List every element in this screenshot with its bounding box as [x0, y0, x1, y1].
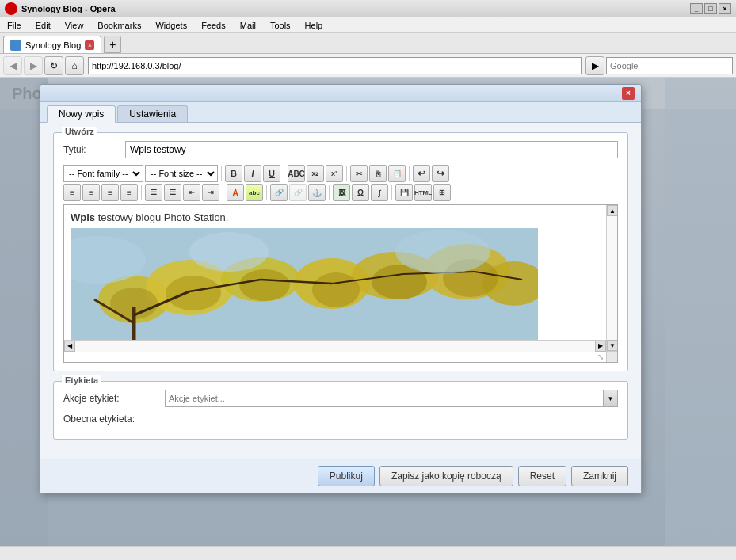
forward-btn[interactable]: ▶: [24, 56, 43, 75]
browser-window: Synology Blog - Opera _ □ × File Edit Vi…: [0, 0, 736, 560]
tab-ustawienia[interactable]: Ustawienia: [117, 105, 188, 122]
list-ol-btn[interactable]: ☰: [164, 184, 181, 201]
back-btn[interactable]: ◀: [3, 56, 22, 75]
superscript-btn[interactable]: x²: [326, 165, 343, 182]
search-input[interactable]: [610, 61, 729, 70]
image-btn[interactable]: 🖼: [333, 184, 350, 201]
scroll-down-btn[interactable]: ▼: [607, 340, 618, 351]
redo-btn[interactable]: ↪: [432, 165, 449, 182]
toolbar-sep-7: [266, 185, 267, 200]
underline-btn[interactable]: U: [263, 165, 280, 182]
menu-edit[interactable]: Edit: [32, 20, 55, 31]
title-row: Tytuł:: [63, 141, 618, 158]
scroll-track-h: [75, 341, 595, 352]
close-dialog-btn[interactable]: Zamknij: [571, 466, 628, 486]
save-draft-btn[interactable]: Zapisz jako kopię roboczą: [379, 466, 513, 486]
toolbar-sep-8: [329, 185, 330, 200]
editor-text-rest: testowy blogu Photo Station.: [95, 211, 228, 223]
svg-point-23: [189, 232, 269, 272]
scroll-right-btn[interactable]: ▶: [595, 341, 606, 352]
scroll-up-btn[interactable]: ▲: [607, 205, 618, 216]
align-center-btn[interactable]: ≡: [82, 184, 100, 201]
menu-mail[interactable]: Mail: [236, 20, 260, 31]
link-btn[interactable]: 🔗: [270, 184, 288, 201]
outdent-btn[interactable]: ⇤: [183, 184, 200, 201]
editor-scrollbar-h[interactable]: ◀ ▶: [64, 340, 606, 351]
cut-btn[interactable]: ✂: [350, 165, 368, 182]
address-input[interactable]: [92, 61, 578, 70]
frame-btn[interactable]: ⊞: [433, 184, 451, 201]
strikethrough-btn[interactable]: ABC: [288, 165, 305, 182]
go-btn[interactable]: ▶: [585, 56, 604, 75]
tab-nowy-wpis[interactable]: Nowy wpis: [47, 105, 116, 123]
toolbar-sep-2: [284, 166, 284, 181]
reset-btn[interactable]: Reset: [518, 466, 566, 486]
home-btn[interactable]: ⌂: [65, 56, 84, 75]
special-char-btn[interactable]: Ω: [352, 184, 369, 201]
svg-point-9: [166, 276, 221, 310]
minimize-btn[interactable]: _: [690, 3, 703, 14]
window-title: Synology Blog - Opera: [21, 4, 690, 13]
reload-btn[interactable]: ↻: [44, 56, 63, 75]
font-size-select[interactable]: -- Font size --: [145, 165, 218, 182]
scroll-track-v: [607, 216, 617, 340]
browser-tab-active[interactable]: Synology Blog ×: [3, 36, 101, 53]
modal-close-btn[interactable]: ×: [622, 87, 635, 100]
paste-btn[interactable]: 📋: [388, 165, 406, 182]
modal-dialog: × Nowy wpis Ustawienia Utwórz Tytuł:: [40, 84, 642, 493]
bold-btn[interactable]: B: [225, 165, 242, 182]
editor-text-bold: Wpis: [71, 211, 95, 223]
publish-btn[interactable]: Publikuj: [318, 466, 375, 486]
svg-point-24: [395, 230, 490, 274]
align-justify-btn[interactable]: ≡: [120, 184, 138, 201]
close-btn[interactable]: ×: [719, 3, 731, 14]
title-input[interactable]: [125, 141, 618, 158]
highlight-btn[interactable]: abc: [246, 184, 263, 201]
scroll-left-btn[interactable]: ◀: [64, 341, 75, 352]
menu-view[interactable]: View: [61, 20, 88, 31]
menu-feeds[interactable]: Feeds: [197, 20, 230, 31]
new-tab-btn[interactable]: +: [104, 36, 121, 53]
menu-widgets[interactable]: Widgets: [151, 20, 191, 31]
window-controls: _ □ ×: [690, 3, 731, 14]
symbol-btn[interactable]: ∫: [371, 184, 388, 201]
html-btn[interactable]: HTML: [414, 184, 432, 201]
title-bar: Synology Blog - Opera _ □ ×: [0, 0, 736, 17]
indent-btn[interactable]: ⇥: [202, 184, 219, 201]
unlink-btn[interactable]: 🔗: [289, 184, 307, 201]
modal-tabs: Nowy wpis Ustawienia: [40, 102, 641, 123]
editor-scrollbar-v[interactable]: ▲ ▼: [606, 205, 617, 351]
opera-logo-icon: [5, 2, 17, 15]
font-family-select[interactable]: -- Font family --: [63, 165, 143, 182]
font-color-btn[interactable]: A: [227, 184, 244, 201]
akcje-dropdown-btn[interactable]: ▼: [603, 390, 617, 406]
maximize-btn[interactable]: □: [704, 3, 717, 14]
menu-tools[interactable]: Tools: [266, 20, 295, 31]
align-left-btn[interactable]: ≡: [63, 184, 81, 201]
toolbar-sep-5: [141, 185, 142, 200]
menu-bookmarks[interactable]: Bookmarks: [93, 20, 145, 31]
akcje-select-wrap: ▼: [165, 390, 618, 407]
akcje-input[interactable]: [166, 394, 603, 403]
tree-svg: [71, 228, 538, 347]
modal-footer: Publikuj Zapisz jako kopię roboczą Reset…: [40, 459, 641, 493]
undo-btn[interactable]: ↩: [413, 165, 430, 182]
tab-close-btn[interactable]: ×: [85, 40, 94, 50]
page-content: Photo Station Photo+Video+Blog × Nowy wp…: [0, 78, 736, 546]
subscript-btn[interactable]: x₂: [307, 165, 324, 182]
editor-image-wrap: [71, 228, 611, 347]
modal-body: Utwórz Tytuł: -- Font family --: [40, 123, 641, 459]
status-bar: [0, 546, 736, 560]
anchor-btn[interactable]: ⚓: [308, 184, 326, 201]
copy-btn[interactable]: ⎘: [369, 165, 387, 182]
menu-help[interactable]: Help: [301, 20, 327, 31]
menu-file[interactable]: File: [3, 20, 25, 31]
modal-overlay: × Nowy wpis Ustawienia Utwórz Tytuł:: [0, 78, 736, 546]
list-ul-btn[interactable]: ☰: [145, 184, 162, 201]
align-right-btn[interactable]: ≡: [101, 184, 119, 201]
save-btn[interactable]: 💾: [395, 184, 413, 201]
italic-btn[interactable]: I: [244, 165, 261, 182]
editor-area[interactable]: Wpis testowy blogu Photo Station.: [63, 204, 618, 363]
toolbar-sep-1: [221, 166, 222, 181]
resize-handle[interactable]: ⤡: [595, 351, 606, 362]
